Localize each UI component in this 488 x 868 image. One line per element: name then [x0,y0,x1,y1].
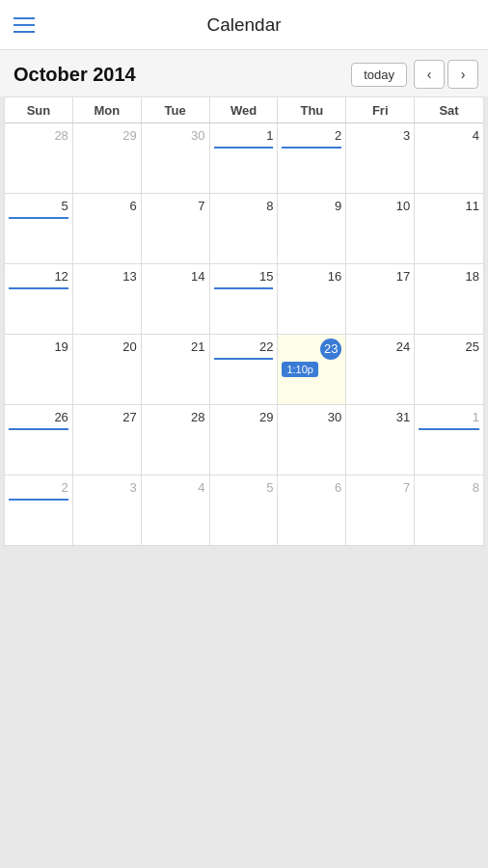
day-cell[interactable]: 1 [210,123,279,193]
day-cell[interactable]: 26 [5,405,73,475]
day-cell[interactable]: 25 [415,335,483,404]
day-cell[interactable]: 29 [210,405,279,475]
day-number: 31 [350,409,410,426]
month-nav: October 2014 today ‹ › [0,50,488,96]
day-cell[interactable]: 6 [73,194,142,263]
month-label: October 2014 [14,64,351,86]
week-row-4: 2627282930311 [5,405,483,475]
day-cell[interactable]: 9 [278,194,346,263]
day-cell[interactable]: 13 [73,264,142,334]
day-number: 7 [146,198,205,215]
day-cell[interactable]: 2 [278,123,346,193]
week-row-5: 2345678 [5,475,483,545]
prev-month-button[interactable]: ‹ [414,60,445,89]
day-number: 1 [419,409,479,426]
day-number: 12 [9,268,68,285]
day-number: 13 [77,268,137,285]
day-cell[interactable]: 21 [142,335,210,404]
day-number: 30 [146,127,205,145]
day-number: 3 [350,127,410,145]
dow-cell-sun: Sun [5,97,73,122]
day-number: 2 [282,127,341,145]
day-number: 19 [9,339,68,356]
day-cell[interactable]: 4 [142,475,210,545]
day-cell[interactable]: 7 [142,194,210,263]
hamburger-icon[interactable] [14,17,35,33]
day-cell[interactable]: 20 [73,335,142,404]
today-button[interactable]: today [351,63,407,87]
day-blue-line [9,217,68,219]
day-cell[interactable]: 30 [278,405,346,475]
event-badge[interactable]: 1:10p [282,362,318,377]
day-cell[interactable]: 2 [5,475,73,545]
day-cell[interactable]: 15 [210,264,279,334]
day-cell[interactable]: 31 [346,405,415,475]
day-cell[interactable]: 231:10p [278,335,346,404]
day-blue-line [214,147,274,149]
day-cell[interactable]: 3 [73,475,142,545]
dow-cell-mon: Mon [73,97,142,122]
day-cell[interactable]: 24 [346,335,415,404]
day-cell[interactable]: 22 [210,335,279,404]
day-cell[interactable]: 18 [415,264,483,334]
day-cell[interactable]: 7 [346,475,415,545]
dow-header-row: SunMonTueWedThuFriSat [5,97,483,123]
day-number: 8 [214,198,274,215]
day-blue-line [214,358,274,360]
dow-cell-sat: Sat [415,97,483,122]
day-cell[interactable]: 10 [346,194,415,263]
day-cell[interactable]: 14 [142,264,210,334]
day-number: 18 [419,268,479,285]
app-header: Calendar [0,0,488,50]
day-blue-line [419,428,479,430]
dow-cell-fri: Fri [346,97,415,122]
week-row-0: 2829301234 [5,123,483,194]
day-cell[interactable]: 28 [5,123,73,193]
day-cell[interactable]: 27 [73,405,142,475]
day-cell[interactable]: 5 [210,475,279,545]
day-number: 4 [146,479,205,497]
day-cell[interactable]: 28 [142,405,210,475]
day-cell[interactable]: 19 [5,335,73,404]
day-number: 4 [419,127,479,145]
day-number: 26 [9,409,68,426]
day-number: 30 [282,409,341,426]
day-cell[interactable]: 12 [5,264,73,334]
day-cell[interactable]: 30 [142,123,210,193]
day-blue-line [282,147,341,149]
day-number: 29 [214,409,274,426]
day-number: 11 [419,198,479,215]
day-cell[interactable]: 29 [73,123,142,193]
day-cell[interactable]: 11 [415,194,483,263]
day-number: 24 [350,339,410,356]
day-cell[interactable]: 6 [278,475,346,545]
day-number: 8 [419,479,479,497]
day-number: 29 [77,127,137,145]
day-cell[interactable]: 8 [210,194,279,263]
day-number: 15 [214,268,274,285]
day-cell[interactable]: 3 [346,123,415,193]
day-number: 5 [9,198,68,215]
next-month-button[interactable]: › [447,60,478,89]
day-cell[interactable]: 5 [5,194,73,263]
day-number: 16 [282,268,341,285]
day-number: 17 [350,268,410,285]
calendar: SunMonTueWedThuFriSat 282930123456789101… [4,96,484,546]
dow-cell-thu: Thu [278,97,346,122]
day-number: 2 [9,479,68,497]
dow-cell-wed: Wed [210,97,279,122]
day-number: 27 [77,409,137,426]
day-number: 1 [214,127,274,145]
day-blue-line [214,287,274,289]
day-cell[interactable]: 4 [415,123,483,193]
day-cell[interactable]: 1 [415,405,483,475]
day-number: 14 [146,268,205,285]
day-cell[interactable]: 16 [278,264,346,334]
day-number: 5 [214,479,274,497]
day-cell[interactable]: 17 [346,264,415,334]
week-row-1: 567891011 [5,194,483,264]
day-number: 6 [77,198,137,215]
day-number: 7 [350,479,410,497]
day-cell[interactable]: 8 [415,475,483,545]
calendar-body: 2829301234567891011121314151617181920212… [5,123,483,545]
